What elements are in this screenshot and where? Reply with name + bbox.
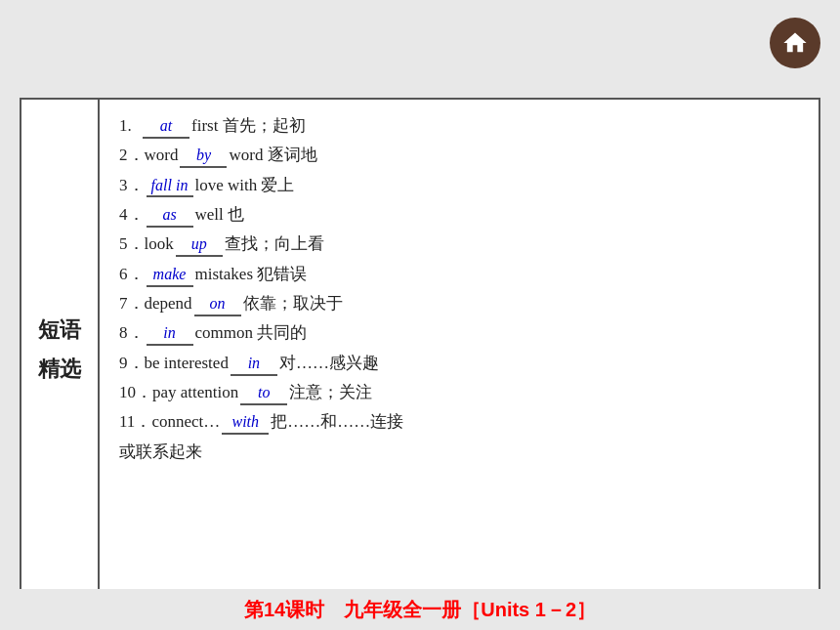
item-text: at first 首先；起初 bbox=[141, 113, 799, 139]
last-line-text: 或联系起来 bbox=[119, 440, 202, 465]
item-after: 查找；向上看 bbox=[225, 231, 324, 257]
item-answer: up bbox=[176, 234, 223, 257]
item-before: look bbox=[145, 231, 174, 257]
label-line1: 短语 bbox=[38, 311, 81, 350]
item-answer: in bbox=[231, 354, 277, 376]
footer-bar: 第14课时 九年级全一册［Units 1－2］ bbox=[0, 589, 840, 630]
last-line: 或联系起来 bbox=[119, 440, 799, 465]
item-answer: in bbox=[147, 323, 193, 346]
list-item: 8． in common 共同的 bbox=[119, 320, 799, 346]
item-text: word by word 逐词地 bbox=[145, 143, 800, 168]
item-number: 2． bbox=[119, 143, 145, 168]
item-before: pay attention bbox=[152, 380, 238, 405]
item-number: 5． bbox=[119, 231, 145, 257]
item-text: in common 共同的 bbox=[145, 320, 800, 346]
main-card: 短语 精选 1.at first 首先；起初2． word by word 逐词… bbox=[20, 98, 820, 601]
footer-text: 第14课时 九年级全一册［Units 1－2］ bbox=[244, 597, 596, 623]
list-item: 2． word by word 逐词地 bbox=[119, 143, 799, 168]
item-answer: to bbox=[240, 383, 287, 405]
list-item: 5． look up 查找；向上看 bbox=[119, 231, 799, 257]
item-text: as well 也 bbox=[145, 202, 800, 228]
item-after: 对……感兴趣 bbox=[279, 351, 379, 376]
home-icon bbox=[781, 29, 809, 57]
item-answer: at bbox=[143, 116, 189, 139]
item-after: 注意；关注 bbox=[289, 380, 372, 405]
label-line2: 精选 bbox=[38, 350, 81, 389]
item-text: fall in love with 爱上 bbox=[145, 173, 800, 198]
item-text: connect…with 把……和……连接 bbox=[151, 409, 799, 435]
item-number: 7． bbox=[119, 291, 145, 316]
item-text: be interested in 对……感兴趣 bbox=[145, 351, 800, 376]
item-number: 10． bbox=[119, 380, 152, 405]
item-after: common 共同的 bbox=[195, 320, 308, 346]
list-item: 7． depend on 依靠；取决于 bbox=[119, 291, 799, 316]
list-item: 11． connect…with 把……和……连接 bbox=[119, 409, 799, 435]
list-item: 4． as well 也 bbox=[119, 202, 799, 228]
list-item: 6． make mistakes 犯错误 bbox=[119, 262, 799, 287]
item-number: 4． bbox=[119, 202, 145, 228]
item-number: 6． bbox=[119, 262, 145, 287]
item-after: well 也 bbox=[195, 202, 245, 228]
item-after: 依靠；取决于 bbox=[243, 291, 343, 316]
item-answer: by bbox=[180, 146, 227, 168]
item-text: look up 查找；向上看 bbox=[145, 231, 800, 257]
item-before: depend bbox=[145, 291, 192, 316]
item-after: mistakes 犯错误 bbox=[195, 262, 308, 287]
list-item: 10． pay attention to注意；关注 bbox=[119, 380, 799, 405]
item-after: first 首先；起初 bbox=[191, 113, 306, 139]
item-number: 11． bbox=[119, 409, 151, 435]
item-text: pay attention to注意；关注 bbox=[152, 380, 799, 405]
item-answer: fall in bbox=[147, 176, 193, 198]
list-item: 3． fall in love with 爱上 bbox=[119, 173, 799, 198]
list-item: 9． be interested in 对……感兴趣 bbox=[119, 351, 799, 376]
item-number: 3． bbox=[119, 173, 145, 198]
item-number: 9． bbox=[119, 351, 145, 376]
home-button[interactable] bbox=[770, 18, 820, 68]
item-answer: make bbox=[147, 265, 193, 287]
item-number: 1. bbox=[119, 113, 141, 139]
right-content: 1.at first 首先；起初2． word by word 逐词地3． fa… bbox=[100, 100, 819, 599]
left-label: 短语 精选 bbox=[21, 100, 100, 599]
item-answer: on bbox=[194, 294, 241, 316]
item-after: 把……和……连接 bbox=[271, 409, 403, 435]
item-before: connect… bbox=[151, 409, 220, 435]
list-item: 1.at first 首先；起初 bbox=[119, 113, 799, 139]
item-answer: as bbox=[147, 205, 193, 228]
item-after: word 逐词地 bbox=[229, 143, 316, 168]
item-number: 8． bbox=[119, 320, 145, 346]
item-before: word bbox=[145, 143, 179, 168]
item-text: depend on 依靠；取决于 bbox=[145, 291, 800, 316]
item-after: love with 爱上 bbox=[195, 173, 295, 198]
item-text: make mistakes 犯错误 bbox=[145, 262, 800, 287]
item-before: be interested bbox=[145, 351, 229, 376]
item-answer: with bbox=[222, 412, 269, 435]
